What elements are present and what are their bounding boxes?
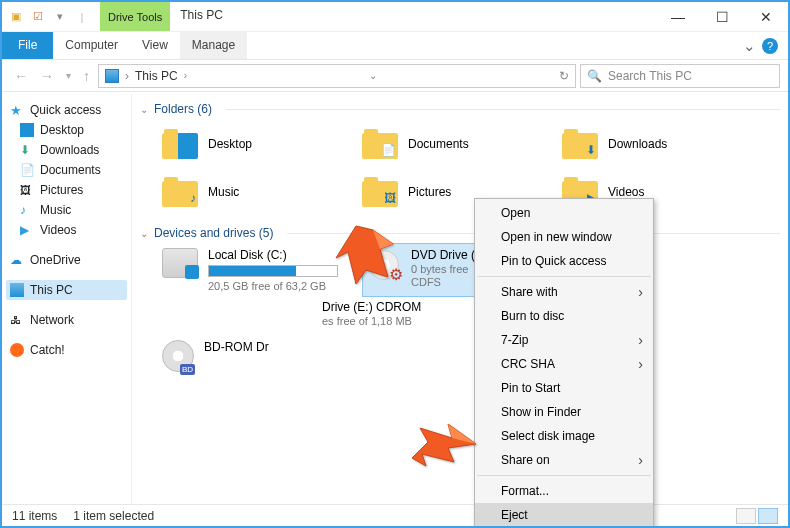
breadcrumb-chevron-icon[interactable]: › [184,70,187,81]
ctx-7zip[interactable]: 7-Zip [475,328,653,352]
view-tiles-button[interactable] [758,508,778,524]
search-icon: 🔍 [587,69,602,83]
sidebar-catch[interactable]: Catch! [6,340,127,360]
close-button[interactable]: ✕ [744,2,788,31]
sidebar-item-documents[interactable]: Documents [6,160,127,180]
recent-locations-icon[interactable]: ▾ [62,70,75,81]
tab-view[interactable]: View [130,32,180,59]
back-button[interactable]: ← [10,68,32,84]
folder-icon [162,129,198,159]
status-selection: 1 item selected [73,509,154,523]
folder-icon: ♪ [162,177,198,207]
star-icon [10,103,24,117]
ctx-crc-sha[interactable]: CRC SHA [475,352,653,376]
refresh-icon[interactable]: ↻ [559,69,569,83]
downloads-icon [20,143,34,157]
pc-icon [10,283,24,297]
sidebar-label: Catch! [30,343,65,357]
properties-icon[interactable]: ☑ [30,9,46,25]
up-button[interactable]: ↑ [79,68,94,84]
section-drives-header[interactable]: ⌄ Devices and drives (5) [138,222,782,244]
drive-cdrom-e[interactable]: Drive (E:) CDROM es free of 1,18 MB [318,296,488,336]
ctx-open-new-window[interactable]: Open in new window [475,225,653,249]
navigation-bar: ← → ▾ ↑ › This PC › ⌄ ↻ 🔍 Search This PC [2,60,788,92]
address-bar[interactable]: › This PC › ⌄ ↻ [98,64,576,88]
drive-name: DVD Drive ( [411,248,475,262]
maximize-button[interactable]: ☐ [700,2,744,31]
sidebar-item-music[interactable]: Music [6,200,127,220]
onedrive-icon [10,253,24,267]
sidebar-this-pc[interactable]: This PC [6,280,127,300]
search-box[interactable]: 🔍 Search This PC [580,64,780,88]
breadcrumb[interactable]: This PC [135,69,178,83]
breadcrumb-sep: › [125,69,129,83]
sidebar-item-desktop[interactable]: Desktop [6,120,127,140]
section-title: Devices and drives (5) [154,226,273,240]
window-controls: — ☐ ✕ [656,2,788,31]
tab-file[interactable]: File [2,32,53,59]
status-item-count: 11 items [12,509,57,523]
drive-local-c[interactable]: Local Disk (C:) 20,5 GB free of 63,2 GB [158,244,353,296]
capacity-bar [208,265,338,277]
forward-button[interactable]: → [36,68,58,84]
window-title: This PC [170,2,233,31]
ctx-share-with[interactable]: Share with [475,280,653,304]
ctx-format[interactable]: Format... [475,479,653,503]
sidebar-item-pictures[interactable]: Pictures [6,180,127,200]
folder-downloads[interactable]: ⬇Downloads [558,120,748,168]
drive-bdrom-g[interactable]: BD-ROM Dr [158,336,288,376]
divider [226,109,780,110]
folder-desktop[interactable]: Desktop [158,120,348,168]
undo-qat-icon[interactable]: ▾ [52,9,68,25]
title-bar: ▣ ☑ ▾ | Drive Tools This PC — ☐ ✕ [2,2,788,32]
tile-label: Desktop [208,137,252,151]
sidebar-label: Quick access [30,103,101,117]
chevron-down-icon: ⌄ [140,104,148,115]
folder-documents[interactable]: 📄Documents [358,120,548,168]
chevron-down-icon: ⌄ [140,228,148,239]
quick-access-toolbar: ▣ ☑ ▾ | [2,2,96,31]
drive-free: es free of 1,18 MB [322,315,421,327]
sidebar-item-videos[interactable]: Videos [6,220,127,240]
ctx-pin-start[interactable]: Pin to Start [475,376,653,400]
ctx-pin-quick-access[interactable]: Pin to Quick access [475,249,653,273]
folder-icon: 📄 [362,129,398,159]
sidebar-onedrive[interactable]: OneDrive [6,250,127,270]
ctx-select-disk-image[interactable]: Select disk image [475,424,653,448]
annotation-arrow-top [328,222,398,292]
explorer-window: ▣ ☑ ▾ | Drive Tools This PC — ☐ ✕ File C… [0,0,790,528]
sidebar-label: Downloads [40,143,99,157]
divider [477,276,651,277]
hdd-icon [162,248,198,278]
ctx-open[interactable]: Open [475,201,653,225]
ctx-share-on[interactable]: Share on [475,448,653,472]
sidebar-label: Network [30,313,74,327]
help-icon[interactable]: ? [762,38,778,54]
tile-label: Downloads [608,137,667,151]
tab-manage[interactable]: Manage [180,32,247,59]
address-dropdown-icon[interactable]: ⌄ [369,70,377,81]
contextual-tab-drive-tools[interactable]: Drive Tools [100,2,170,31]
tab-computer[interactable]: Computer [53,32,130,59]
drive-name: Drive (E:) CDROM [322,300,421,314]
ctx-burn[interactable]: Burn to disc [475,304,653,328]
view-details-button[interactable] [736,508,756,524]
sidebar-item-downloads[interactable]: Downloads [6,140,127,160]
sidebar-quick-access[interactable]: Quick access [6,100,127,120]
sidebar-network[interactable]: Network [6,310,127,330]
section-folders-header[interactable]: ⌄ Folders (6) [138,98,782,120]
tile-label: Documents [408,137,469,151]
pictures-icon [20,183,34,197]
folder-icon: ▣ [8,9,24,25]
ctx-eject[interactable]: Eject [475,503,653,527]
sidebar-label: Music [40,203,71,217]
tile-label: Pictures [408,185,451,199]
ribbon-expand-icon[interactable]: ⌄ [743,37,756,55]
this-pc-icon [105,69,119,83]
sidebar-label: This PC [30,283,73,297]
minimize-button[interactable]: — [656,2,700,31]
ribbon-tabs: File Computer View Manage ⌄ ? [2,32,788,60]
ctx-show-finder[interactable]: Show in Finder [475,400,653,424]
nav-pane: Quick access Desktop Downloads Documents… [2,94,132,504]
folder-music[interactable]: ♪Music [158,168,348,216]
